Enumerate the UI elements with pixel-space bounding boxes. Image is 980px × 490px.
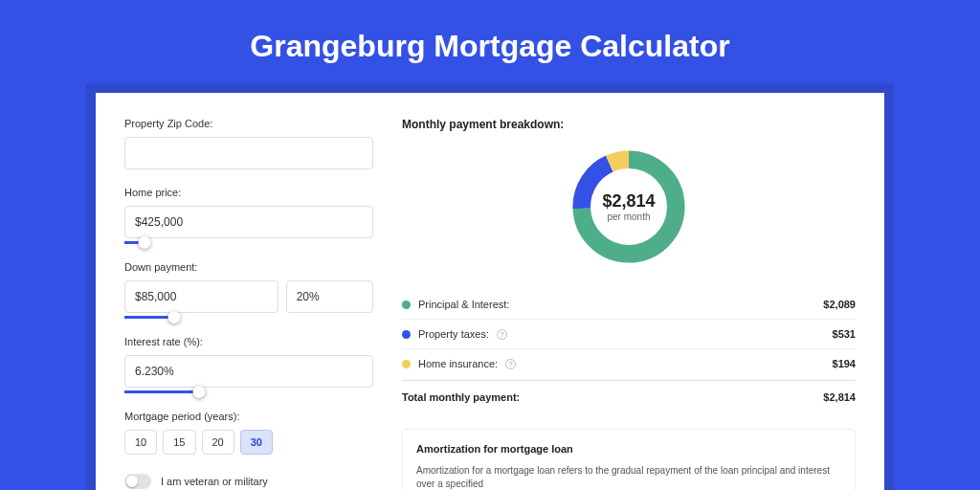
- legend-dot: [402, 301, 411, 309]
- veteran-row: I am veteran or military: [124, 474, 373, 489]
- zip-field: Property Zip Code:: [124, 118, 373, 169]
- mortgage-period-options: 10152030: [124, 430, 373, 455]
- info-icon[interactable]: ?: [505, 359, 516, 369]
- period-option-10[interactable]: 10: [124, 430, 157, 455]
- breakdown-title: Monthly payment breakdown:: [402, 118, 856, 131]
- inputs-panel: Property Zip Code: Home price: Down paym…: [124, 118, 373, 490]
- legend-row: Property taxes:?$531: [402, 320, 856, 349]
- legend-dot: [402, 330, 411, 339]
- period-option-15[interactable]: 15: [163, 430, 195, 455]
- legend-value: $194: [833, 358, 856, 369]
- donut-amount: $2,814: [602, 191, 655, 212]
- donut-sub: per month: [607, 212, 650, 222]
- donut-chart-wrap: $2,814 per month: [402, 145, 856, 269]
- legend-label: Property taxes:: [418, 328, 489, 340]
- period-option-30[interactable]: 30: [240, 430, 273, 455]
- breakdown-panel: Monthly payment breakdown: $2,814 per mo…: [373, 118, 856, 490]
- legend-value: $2,089: [823, 299, 856, 310]
- down-payment-label: Down payment:: [124, 261, 373, 273]
- period-option-20[interactable]: 20: [202, 430, 234, 455]
- home-price-field: Home price:: [124, 187, 373, 244]
- total-value: $2,814: [823, 391, 856, 403]
- card-backdrop: Property Zip Code: Home price: Down paym…: [86, 83, 894, 490]
- info-icon[interactable]: ?: [497, 329, 507, 340]
- home-price-label: Home price:: [124, 187, 373, 198]
- legend-row: Principal & Interest:$2,089: [402, 290, 856, 320]
- mortgage-period-label: Mortgage period (years):: [124, 411, 373, 422]
- page-title: Grangeburg Mortgage Calculator: [0, 0, 980, 83]
- interest-rate-slider[interactable]: [124, 390, 373, 393]
- legend-list: Principal & Interest:$2,089Property taxe…: [402, 290, 856, 378]
- down-payment-slider[interactable]: [124, 316, 373, 319]
- amortization-title: Amortization for mortgage loan: [416, 443, 841, 455]
- zip-label: Property Zip Code:: [124, 118, 373, 129]
- veteran-toggle[interactable]: [124, 474, 151, 489]
- down-payment-amount-input[interactable]: [124, 280, 278, 313]
- calculator-card: Property Zip Code: Home price: Down paym…: [96, 93, 884, 490]
- donut-chart: $2,814 per month: [567, 145, 691, 269]
- legend-dot: [402, 360, 411, 368]
- legend-label: Principal & Interest:: [418, 299, 509, 310]
- veteran-label: I am veteran or military: [161, 476, 268, 487]
- interest-rate-input[interactable]: [124, 355, 373, 388]
- total-label: Total monthly payment:: [402, 391, 520, 403]
- zip-input[interactable]: [124, 137, 373, 169]
- amortization-box: Amortization for mortgage loan Amortizat…: [402, 429, 856, 490]
- legend-row: Home insurance:?$194: [402, 349, 856, 378]
- legend-label: Home insurance:: [418, 358, 498, 369]
- home-price-input[interactable]: [124, 206, 373, 238]
- down-payment-percent-input[interactable]: [286, 280, 373, 313]
- mortgage-period-field: Mortgage period (years): 10152030: [124, 411, 373, 455]
- down-payment-field: Down payment:: [124, 261, 373, 319]
- legend-value: $531: [833, 328, 856, 340]
- amortization-text: Amortization for a mortgage loan refers …: [416, 464, 841, 490]
- home-price-slider[interactable]: [124, 241, 373, 244]
- interest-rate-label: Interest rate (%):: [124, 336, 373, 347]
- total-row: Total monthly payment: $2,814: [402, 380, 856, 413]
- interest-rate-field: Interest rate (%):: [124, 336, 373, 393]
